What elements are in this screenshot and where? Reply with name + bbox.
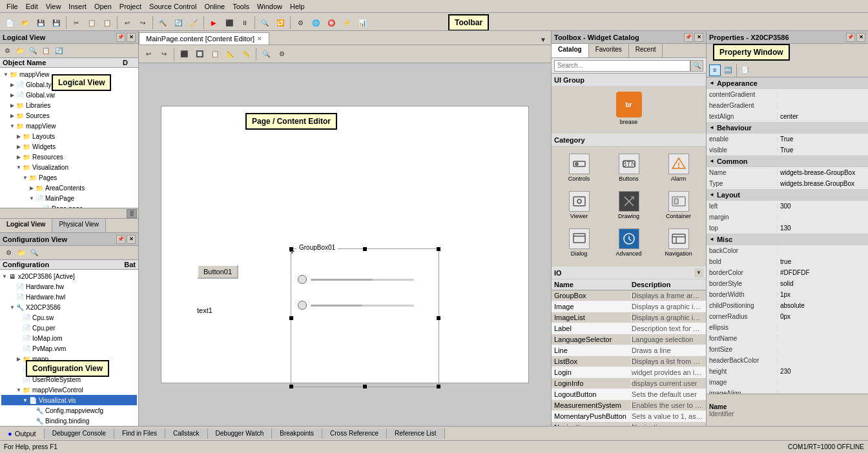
prop-row-4-12[interactable]: image — [707, 377, 868, 388]
prop-group-header-1[interactable]: ◄Behaviour — [707, 122, 868, 134]
status-tab-debugger-watch[interactable]: Debugger Watch — [208, 428, 273, 439]
widget-item-drawing[interactable]: Drawing — [605, 188, 652, 223]
prop-value-4-2[interactable]: #DFDFDF — [778, 269, 868, 276]
widget-item-dialog[interactable]: Dialog — [555, 225, 603, 260]
prop-value-4-4[interactable]: 1px — [778, 291, 868, 298]
prop-row-4-1[interactable]: boldtrue — [707, 256, 868, 267]
prop-value-1-0[interactable]: True — [778, 136, 868, 143]
prop-row-2-0[interactable]: Namewidgets-brease-GroupBox — [707, 167, 868, 178]
toolbar-build-btn[interactable]: 🔨 — [156, 15, 170, 30]
config-toolbar-btn1[interactable]: ⚙ — [3, 247, 14, 259]
cfg-visualizat[interactable]: ▼ 📄 Visualizat.vis — [1, 395, 137, 405]
toolbar-extra4-btn[interactable]: ⚡ — [340, 15, 354, 30]
prop-value-4-3[interactable]: solid — [778, 280, 868, 287]
prop-value-3-2[interactable]: 130 — [778, 225, 868, 232]
io-row-5[interactable]: LineDraws a line — [552, 345, 706, 356]
lv-toolbar-btn3[interactable]: 🔍 — [27, 45, 39, 57]
prop-group-header-2[interactable]: ◄Common — [707, 156, 868, 167]
widget-item-viewer[interactable]: Viewer — [555, 188, 603, 223]
prop-value-3-0[interactable]: 300 — [778, 203, 868, 210]
tree-item-mappview2[interactable]: ▼ 📁 mappView — [1, 121, 137, 131]
prop-row-0-1[interactable]: headerGradient — [707, 100, 868, 111]
prop-row-4-2[interactable]: borderColor#DFDFDF — [707, 267, 868, 278]
tree-toggle-sources[interactable]: ▶ — [9, 112, 16, 119]
tree-toggle-mappview2[interactable]: ▼ — [9, 123, 16, 129]
toolbox-tab-catalog[interactable]: Catalog — [552, 44, 589, 57]
status-tab-find-in-files[interactable]: Find in Files — [114, 428, 165, 439]
cfg-toggle-x20cp3586[interactable]: ▼ — [1, 273, 8, 279]
prop-row-3-0[interactable]: left300 — [707, 201, 868, 212]
io-row-1[interactable]: ImageDisplays a graphic ima... — [552, 301, 706, 312]
prop-row-4-8[interactable]: fontName — [707, 333, 868, 344]
prop-value-4-11[interactable]: 230 — [778, 368, 868, 375]
ed-toolbar-btn5[interactable]: 📋 — [208, 47, 222, 61]
io-row-8[interactable]: LoginInfodisplays current user — [552, 378, 706, 389]
slider-widget-1[interactable] — [298, 275, 414, 284]
config-close-btn[interactable]: ✕ — [127, 235, 136, 244]
prop-row-0-0[interactable]: contentGradient — [707, 89, 868, 100]
editor-tab-mainpage[interactable]: MainPage.content [Content Editor] ✕ — [139, 32, 269, 45]
cfg-mappviewcontrol[interactable]: ▼ 📁 mappViewControl — [1, 385, 137, 395]
toolbar-copy-btn[interactable]: 📋 — [85, 15, 99, 30]
cfg-userrolesystem[interactable]: 📄 UserRoleSystem — [1, 374, 137, 385]
toolbox-search-input[interactable] — [554, 60, 690, 72]
menu-help[interactable]: Help — [286, 1, 309, 12]
resize-bm[interactable] — [363, 385, 367, 388]
prop-row-4-6[interactable]: cornerRadius0px — [707, 311, 868, 322]
toolbar-undo-btn[interactable]: ↩ — [120, 15, 134, 30]
prop-row-4-0[interactable]: backColor — [707, 245, 868, 256]
tree-toggle-pages[interactable]: ▼ — [22, 174, 28, 181]
toolbox-tab-favorites[interactable]: Favorites — [589, 44, 629, 57]
config-toolbar-btn3[interactable]: 🔍 — [28, 247, 40, 259]
prop-value-4-1[interactable]: true — [778, 258, 868, 265]
io-row-6[interactable]: ListBoxDisplays a list from whe... — [552, 356, 706, 367]
tree-item-visualization[interactable]: ▼ 📁 Visualization — [1, 162, 137, 172]
ed-toolbar-btn2[interactable]: ↪ — [157, 47, 171, 61]
io-row-10[interactable]: MeasurementSystemEnables the user to sel… — [552, 400, 706, 411]
menu-source-control[interactable]: Source Control — [145, 1, 200, 12]
slider-thumb-2[interactable] — [298, 301, 307, 310]
toolbar-cut-btn[interactable]: ✂ — [69, 15, 83, 30]
status-tab-output[interactable]: ●Output — [0, 428, 45, 439]
menu-file[interactable]: File — [3, 1, 22, 12]
logical-view-pin-btn[interactable]: 📌 — [116, 33, 125, 42]
tree-item-globalvar[interactable]: ▶ 📄 Global.var — [1, 90, 137, 100]
menu-project[interactable]: Project — [116, 1, 145, 12]
widget-item-container[interactable]: Container — [655, 188, 702, 223]
brease-widget-item[interactable]: br brease — [552, 86, 706, 131]
widget-item-controls[interactable]: Controls — [555, 150, 603, 185]
cfg-toggle-x20cp3586-sub[interactable]: ▼ — [9, 304, 16, 310]
resize-tr[interactable] — [437, 247, 440, 251]
toolbar-save-btn[interactable]: 💾 — [34, 15, 48, 30]
prop-value-1-1[interactable]: True — [778, 146, 868, 154]
toolbox-search-btn[interactable]: 🔍 — [690, 60, 703, 72]
ed-toolbar-btn8[interactable]: 🔍 — [259, 47, 273, 61]
tree-item-libraries[interactable]: ▶ 📁 Libraries — [1, 100, 137, 110]
cfg-toggle-mapp[interactable]: ▶ — [16, 356, 22, 362]
widget-item-advanced[interactable]: Advanced — [605, 225, 652, 260]
prop-group-header-4[interactable]: ◄Misc — [707, 234, 868, 245]
prop-row-4-5[interactable]: childPositioningabsolute — [707, 300, 868, 311]
tree-item-pages[interactable]: ▼ 📁 Pages — [1, 172, 137, 183]
menu-window[interactable]: Window — [253, 1, 286, 12]
tree-item-resources[interactable]: ▶ 📁 Resources — [1, 152, 137, 162]
widget-item-buttons[interactable]: BTN Buttons — [605, 150, 652, 185]
prop-row-4-4[interactable]: borderWidth1px — [707, 289, 868, 300]
prop-row-0-2[interactable]: textAligncenter — [707, 111, 868, 122]
props-sort-alpha-btn[interactable]: 🔤 — [722, 65, 734, 76]
menu-tools[interactable]: Tools — [229, 1, 253, 12]
cfg-hardware-hw[interactable]: 📄 Hardware.hw — [1, 281, 137, 292]
tree-toggle-layouts[interactable]: ▶ — [16, 133, 22, 139]
prop-value-2-1[interactable]: widgets.brease.GroupBox — [778, 180, 868, 187]
resize-ml[interactable] — [289, 316, 293, 320]
tree-toggle-widgets[interactable]: ▶ — [16, 143, 22, 150]
props-pin-btn[interactable]: 📌 — [846, 33, 855, 42]
tree-item-mainpage[interactable]: ▼ 📄 MainPage — [1, 193, 137, 203]
cfg-x20cp3586[interactable]: ▼ 🖥 x20CP3586 [Active] — [1, 271, 137, 281]
ed-toolbar-btn4[interactable]: 🔲 — [192, 47, 207, 61]
tree-item-areacontents[interactable]: ▶ 📁 AreaContents — [1, 183, 137, 193]
cfg-cpuper[interactable]: 📄 Cpu.per — [1, 323, 137, 333]
prop-row-4-7[interactable]: ellipsis — [707, 322, 868, 333]
io-row-9[interactable]: LogoutButtonSets the default user — [552, 389, 706, 400]
tree-item-mappview[interactable]: ▼ 📁 mappView — [1, 69, 137, 79]
